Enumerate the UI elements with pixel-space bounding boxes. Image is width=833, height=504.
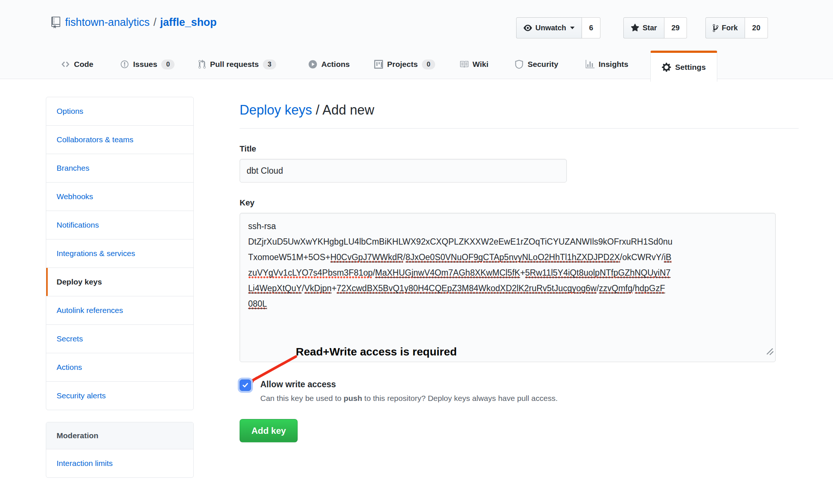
sidebar-item-deploy-keys[interactable]: Deploy keys [46,268,193,296]
github-repo-settings-page: fishtown-analytics / jaffle_shop Unwatch… [0,0,833,504]
tab-projects[interactable]: Projects 0 [374,55,435,73]
page-title: Deploy keys / Add new [240,102,799,129]
project-icon [374,60,383,69]
tab-issues[interactable]: Issues 0 [120,55,175,73]
sidebar-item-branches[interactable]: Branches [46,154,193,182]
settings-sidebar: Options Collaborators & teams Branches W… [46,97,194,478]
git-pull-request-icon [198,59,206,69]
key-textarea[interactable]: ssh-rsaDtZjrXuD5UwXwYKHgbgLU4lbCmBiKHLWX… [240,213,776,362]
resize-handle-icon[interactable] [766,345,774,360]
tab-wiki[interactable]: Wiki [460,55,488,73]
tab-label: Actions [321,60,350,69]
code-icon [61,60,70,69]
repo-header: fishtown-analytics / jaffle_shop Unwatch… [0,0,833,79]
tab-label: Pull requests [210,60,259,69]
sidebar-item-autolink-references[interactable]: Autolink references [46,296,193,324]
allow-write-label[interactable]: Allow write access [260,378,558,390]
tab-code[interactable]: Code [61,55,94,73]
moderation-menu: Moderation Interaction limits [46,422,194,478]
tab-label: Wiki [473,60,488,69]
allow-write-description: Can this key be used to push to this rep… [260,393,558,403]
add-key-button[interactable]: Add key [240,419,298,442]
sidebar-item-secrets[interactable]: Secrets [46,324,193,353]
tab-settings[interactable]: Settings [650,51,717,82]
tab-label: Issues [133,60,157,69]
sidebar-item-integrations-services[interactable]: Integrations & services [46,239,193,268]
sidebar-item-interaction-limits[interactable]: Interaction limits [46,449,193,477]
issues-count-badge: 0 [161,59,175,69]
tab-security[interactable]: Security [515,55,558,73]
deploy-key-form: Deploy keys / Add new Title Key ssh-rsaD… [240,79,799,442]
tab-label: Insights [599,60,629,69]
repo-nav: Code Issues 0 Pull requests 3 Actions [0,0,833,79]
sidebar-item-actions[interactable]: Actions [46,353,193,381]
tab-label: Projects [387,60,418,69]
sidebar-item-security-alerts[interactable]: Security alerts [46,381,193,410]
annotation-read-write-required: Read+Write access is required [296,345,457,358]
play-icon [308,60,317,69]
settings-menu: Options Collaborators & teams Branches W… [46,97,194,410]
projects-count-badge: 0 [422,59,435,69]
gear-icon [662,62,671,72]
book-icon [460,60,468,69]
tab-actions[interactable]: Actions [308,55,350,73]
tab-label: Settings [675,63,706,72]
title-input[interactable] [240,159,567,183]
tab-pull-requests[interactable]: Pull requests 3 [198,55,276,73]
sidebar-item-webhooks[interactable]: Webhooks [46,182,193,211]
title-label: Title [240,144,799,154]
issue-opened-icon [120,60,129,69]
sidebar-item-options[interactable]: Options [46,97,193,125]
graph-icon [586,60,595,69]
pull-requests-count-badge: 3 [263,59,276,69]
tab-label: Security [528,60,558,69]
page-title-suffix: / Add new [312,102,374,118]
allow-write-access-row: Allow write access Can this key be used … [240,378,799,403]
tab-label: Code [74,60,94,69]
shield-icon [515,60,524,69]
deploy-keys-link[interactable]: Deploy keys [240,102,312,118]
sidebar-item-notifications[interactable]: Notifications [46,211,193,239]
sidebar-item-collaborators-teams[interactable]: Collaborators & teams [46,125,193,154]
key-text: ssh-rsaDtZjrXuD5UwXwYKHgbgLU4lbCmBiKHLWX… [248,218,767,311]
moderation-header: Moderation [46,422,193,449]
key-label: Key [240,198,799,208]
tab-insights[interactable]: Insights [586,55,629,73]
allow-write-checkbox[interactable] [240,379,251,391]
